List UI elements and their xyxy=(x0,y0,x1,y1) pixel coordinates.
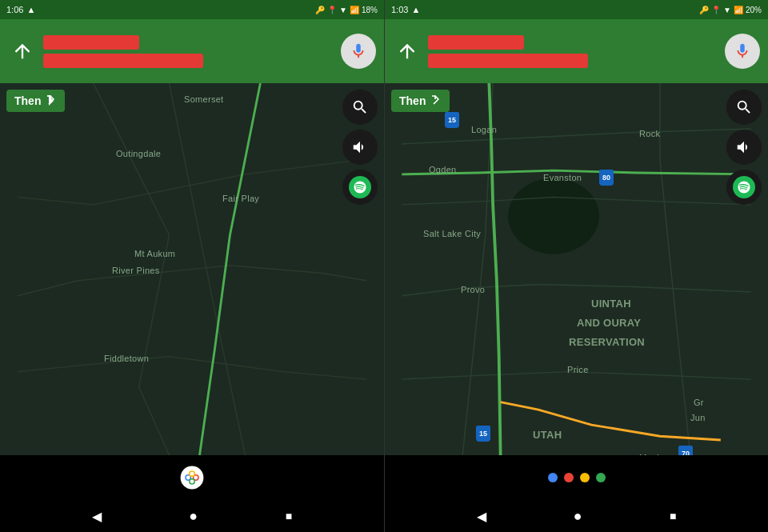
spotify-btn-right[interactable] xyxy=(726,170,762,205)
back-btn-right[interactable]: ◀ xyxy=(477,509,486,524)
battery-left: 18% xyxy=(362,6,378,14)
spotify-logo-right xyxy=(737,180,751,194)
redacted-address-short-left xyxy=(43,35,139,50)
map-label-utah: UTAH xyxy=(533,429,562,441)
nav-bar-left: ◀ ● ■ xyxy=(0,500,384,532)
signal-arrow-left: ▲ xyxy=(26,5,35,14)
bottom-assistant-right xyxy=(385,455,768,500)
map-label-evanston: Evanston xyxy=(543,173,582,182)
spotify-logo-left xyxy=(353,180,367,194)
spotify-icon-right xyxy=(733,176,755,198)
map-label-moab: Moab xyxy=(639,453,662,455)
recent-btn-left[interactable]: ■ xyxy=(286,510,292,522)
map-label-logan: Logan xyxy=(471,125,497,134)
home-btn-right[interactable]: ● xyxy=(574,508,582,525)
status-left-right: 1:03 ▲ xyxy=(391,5,420,14)
shield-i80: 80 xyxy=(599,170,614,186)
map-actions-right xyxy=(726,90,762,205)
status-right-left: 🔑 📍 ▼ 📶 18% xyxy=(315,6,378,14)
status-bar-right: 1:03 ▲ 🔑 📍 ▼ 📶 20% xyxy=(385,0,768,19)
map-label-outingdale: Outingdale xyxy=(116,149,161,158)
svg-point-0 xyxy=(181,466,204,490)
svg-point-13 xyxy=(596,473,606,482)
map-label-price: Price xyxy=(567,365,589,374)
mic-button-right[interactable] xyxy=(725,34,760,69)
location-icon-left: 📍 xyxy=(327,6,337,14)
map-actions-left xyxy=(342,90,378,205)
mic-icon-right xyxy=(734,42,751,60)
nav-header-right xyxy=(385,19,768,83)
search-btn-left[interactable] xyxy=(342,90,378,125)
shield-i15-top: 15 xyxy=(445,112,459,128)
status-right-right: 🔑 📍 ▼ 📶 20% xyxy=(699,6,762,14)
status-bar-left: 1:06 ▲ 🔑 📍 ▼ 📶 18% xyxy=(0,0,384,19)
then-button-right[interactable]: Then xyxy=(391,90,450,112)
status-left-left: 1:06 ▲ xyxy=(6,5,35,14)
map-label-jun: Jun xyxy=(690,413,706,422)
map-label-gr: Gr xyxy=(694,398,704,407)
location-icon-right: 📍 xyxy=(711,6,721,14)
map-label-ogden: Ogden xyxy=(429,165,457,174)
lock-icon-left: 🔑 xyxy=(315,6,325,14)
svg-point-10 xyxy=(548,473,558,482)
mic-icon-left xyxy=(350,42,367,60)
map-area-right: Then Logan Rock Ogden Evanston Salt Lake… xyxy=(385,83,768,455)
nav-info-right xyxy=(428,35,718,68)
assistant-dots-right[interactable] xyxy=(545,470,609,486)
signal-icon-right: 📶 xyxy=(734,6,743,14)
map-roads-right xyxy=(385,83,768,455)
map-label-reservation: RESERVATION xyxy=(569,336,645,348)
then-turn-icon-left xyxy=(44,94,57,107)
loading-dots-right xyxy=(545,470,609,486)
redacted-address-long-left xyxy=(43,54,203,68)
map-area-left: Then Somerset Outingdale Fair Play Mt Au… xyxy=(0,83,384,455)
map-label-rock: Rock xyxy=(639,129,660,138)
time-left: 1:06 xyxy=(6,5,23,14)
google-assistant-logo-left[interactable] xyxy=(179,465,205,490)
signal-arrow-right: ▲ xyxy=(411,5,420,14)
svg-point-11 xyxy=(564,473,574,482)
up-arrow-icon-left xyxy=(11,40,34,62)
nav-arrow-left xyxy=(8,37,37,66)
then-button-left[interactable]: Then xyxy=(6,90,65,112)
left-phone-panel: 1:06 ▲ 🔑 📍 ▼ 📶 18% xyxy=(0,0,384,532)
sound-icon-left xyxy=(351,138,369,156)
home-btn-left[interactable]: ● xyxy=(189,508,198,525)
map-label-fiddletown: Fiddletown xyxy=(104,354,149,363)
map-label-uintah: UINTAH xyxy=(591,298,631,310)
sound-btn-right[interactable] xyxy=(726,130,762,165)
signal-icon-left: 📶 xyxy=(350,6,359,14)
redacted-address-short-right xyxy=(428,35,524,50)
spotify-icon-left xyxy=(349,176,371,198)
then-turn-icon-right xyxy=(429,94,442,107)
map-label-somerset: Somerset xyxy=(184,94,223,104)
search-icon-right xyxy=(735,98,753,116)
sound-btn-left[interactable] xyxy=(342,130,378,165)
redacted-address-long-right xyxy=(428,54,588,68)
nav-arrow-right xyxy=(393,37,422,66)
map-label-ouray: AND OURAY xyxy=(577,317,641,329)
recent-btn-right[interactable]: ■ xyxy=(670,510,676,522)
svg-point-8 xyxy=(190,479,194,483)
shield-i15-bottom: 15 xyxy=(476,426,490,442)
mic-button-left[interactable] xyxy=(341,34,376,69)
battery-right: 20% xyxy=(746,6,762,14)
map-label-fairplay: Fair Play xyxy=(222,194,259,203)
nav-bar-right: ◀ ● ■ xyxy=(385,500,768,532)
svg-point-4 xyxy=(194,476,198,480)
spotify-btn-left[interactable] xyxy=(342,170,378,205)
time-right: 1:03 xyxy=(391,5,408,14)
svg-point-6 xyxy=(190,472,194,476)
map-label-mtaukum: Mt Aukum xyxy=(134,249,175,258)
back-btn-left[interactable]: ◀ xyxy=(92,509,102,524)
nav-header-left xyxy=(0,19,384,83)
map-label-provo: Provo xyxy=(461,285,485,294)
wifi-icon-right: ▼ xyxy=(723,6,731,14)
shield-i70-right: 70 xyxy=(678,446,693,455)
right-phone-panel: 1:03 ▲ 🔑 📍 ▼ 📶 20% xyxy=(384,0,768,532)
search-btn-right[interactable] xyxy=(726,90,762,125)
svg-point-12 xyxy=(580,473,590,482)
map-label-riverpines: River Pines xyxy=(112,266,160,275)
nav-info-left xyxy=(43,35,334,68)
map-roads-left xyxy=(0,83,384,455)
